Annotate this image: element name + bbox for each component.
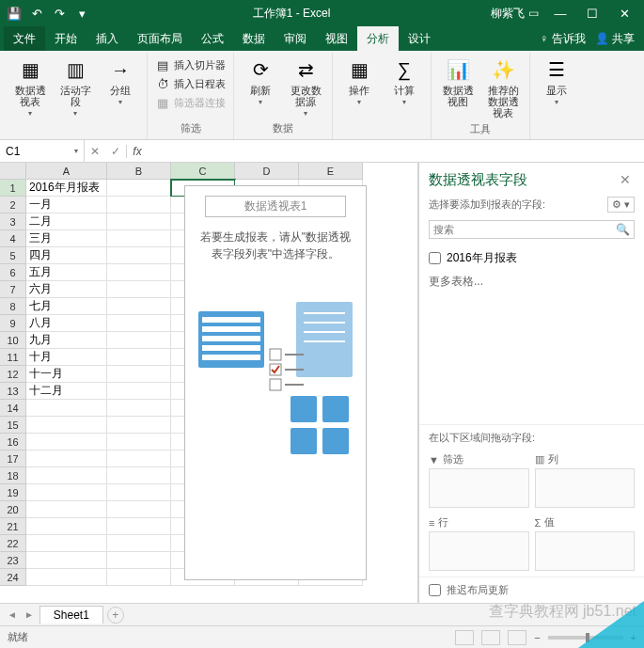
cell[interactable]: 九月 bbox=[26, 332, 107, 349]
row-header[interactable]: 24 bbox=[0, 569, 26, 586]
cell[interactable]: 十一月 bbox=[26, 366, 107, 383]
cell[interactable] bbox=[107, 366, 171, 383]
cell[interactable] bbox=[26, 467, 107, 484]
cell[interactable]: 十二月 bbox=[26, 383, 107, 400]
row-header[interactable]: 21 bbox=[0, 518, 26, 535]
cell[interactable]: 六月 bbox=[26, 281, 107, 298]
tab-view[interactable]: 视图 bbox=[316, 26, 357, 51]
defer-checkbox[interactable] bbox=[429, 584, 441, 596]
tab-file[interactable]: 文件 bbox=[4, 26, 45, 51]
view-page-break-icon[interactable] bbox=[508, 630, 526, 645]
row-header[interactable]: 23 bbox=[0, 552, 26, 569]
tab-formulas[interactable]: 公式 bbox=[192, 26, 233, 51]
cell[interactable] bbox=[107, 400, 171, 417]
row-header[interactable]: 18 bbox=[0, 467, 26, 484]
close-button[interactable]: ✕ bbox=[608, 0, 640, 26]
tab-analyze[interactable]: 分析 bbox=[357, 26, 399, 51]
sheet-nav-prev-icon[interactable]: ◄ bbox=[6, 609, 19, 620]
taskpane-close-icon[interactable]: ✕ bbox=[616, 170, 635, 189]
defer-layout[interactable]: 推迟布局更新 bbox=[419, 577, 644, 603]
cell[interactable] bbox=[107, 467, 171, 484]
pivot-chart-button[interactable]: 📊 数据透视图 bbox=[437, 55, 479, 109]
row-header[interactable]: 11 bbox=[0, 349, 26, 366]
field-checkbox[interactable] bbox=[429, 252, 441, 264]
cell[interactable] bbox=[107, 501, 171, 518]
field-search[interactable]: 🔍 bbox=[429, 220, 635, 239]
cell[interactable] bbox=[26, 434, 107, 450]
cell[interactable] bbox=[107, 197, 171, 213]
cell[interactable]: 八月 bbox=[26, 315, 107, 332]
ribbon-display-icon[interactable]: ▭ bbox=[528, 7, 539, 20]
cell[interactable]: 一月 bbox=[26, 197, 107, 213]
area-columns[interactable]: ▥列 bbox=[535, 450, 636, 508]
cell[interactable] bbox=[26, 569, 107, 586]
cell[interactable]: 七月 bbox=[26, 298, 107, 315]
cell[interactable] bbox=[26, 484, 107, 501]
namebox-dropdown-icon[interactable]: ▾ bbox=[74, 147, 78, 155]
tab-insert[interactable]: 插入 bbox=[86, 26, 128, 51]
cell[interactable] bbox=[107, 264, 171, 281]
tell-me[interactable]: ♀ 告诉我 bbox=[540, 31, 585, 47]
zoom-out-icon[interactable]: − bbox=[534, 632, 540, 643]
qat-more-icon[interactable]: ▾ bbox=[71, 3, 92, 24]
column-header[interactable]: B bbox=[107, 163, 171, 180]
row-header[interactable]: 7 bbox=[0, 281, 26, 298]
more-tables-link[interactable]: 更多表格... bbox=[429, 268, 635, 295]
area-filters[interactable]: ▼筛选 bbox=[429, 450, 529, 508]
group-button[interactable]: → 分组▾ bbox=[100, 55, 141, 108]
cell[interactable] bbox=[26, 518, 107, 535]
view-normal-icon[interactable] bbox=[455, 630, 474, 645]
view-page-layout-icon[interactable] bbox=[481, 630, 500, 645]
cell[interactable] bbox=[107, 434, 171, 450]
cell[interactable] bbox=[107, 349, 171, 366]
cell[interactable]: 二月 bbox=[26, 213, 107, 230]
cell[interactable] bbox=[107, 535, 171, 552]
redo-icon[interactable]: ↷ bbox=[49, 3, 70, 24]
active-field-button[interactable]: ▥ 活动字段▾ bbox=[55, 55, 96, 119]
area-values[interactable]: Σ值 bbox=[535, 514, 636, 571]
cell[interactable]: 2016年月报表 bbox=[26, 180, 107, 197]
row-header[interactable]: 22 bbox=[0, 535, 26, 552]
row-header[interactable]: 19 bbox=[0, 484, 26, 501]
name-box[interactable]: C1▾ bbox=[0, 140, 85, 162]
account-area[interactable]: 柳紫飞 ▭ bbox=[491, 6, 539, 22]
insert-slicer-button[interactable]: ▤插入切片器 bbox=[153, 56, 228, 73]
maximize-button[interactable]: ☐ bbox=[576, 0, 608, 26]
enter-formula-icon[interactable]: ✓ bbox=[105, 145, 126, 158]
cell[interactable] bbox=[107, 383, 171, 400]
row-header[interactable]: 6 bbox=[0, 264, 26, 281]
cell[interactable] bbox=[107, 417, 171, 434]
cell[interactable] bbox=[107, 315, 171, 332]
cell[interactable] bbox=[107, 450, 171, 467]
cell[interactable] bbox=[107, 484, 171, 501]
spreadsheet-grid[interactable]: ABCDE12016年月报表2一月3二月4三月5四月6五月7六月8七月9八月10… bbox=[0, 163, 418, 603]
insert-timeline-button[interactable]: ⏱插入日程表 bbox=[153, 75, 228, 92]
row-header[interactable]: 5 bbox=[0, 247, 26, 264]
field-search-input[interactable] bbox=[433, 224, 616, 235]
row-header[interactable]: 14 bbox=[0, 400, 26, 417]
cell[interactable] bbox=[107, 552, 171, 569]
column-header[interactable]: C bbox=[171, 163, 235, 180]
row-header[interactable]: 8 bbox=[0, 298, 26, 315]
column-header[interactable]: D bbox=[235, 163, 299, 180]
row-header[interactable]: 4 bbox=[0, 230, 26, 247]
pivot-table-button[interactable]: ▦ 数据透视表▾ bbox=[9, 55, 51, 119]
cell[interactable] bbox=[26, 417, 107, 434]
column-header[interactable]: A bbox=[26, 163, 107, 180]
tab-home[interactable]: 开始 bbox=[45, 26, 86, 51]
recommended-pivot-button[interactable]: ✨ 推荐的数据透视表 bbox=[482, 55, 524, 120]
cell[interactable] bbox=[26, 400, 107, 417]
select-all-corner[interactable] bbox=[0, 163, 26, 180]
refresh-button[interactable]: ⟳ 刷新▾ bbox=[240, 55, 281, 108]
row-header[interactable]: 1 bbox=[0, 180, 26, 197]
cell[interactable] bbox=[107, 213, 171, 230]
column-header[interactable]: E bbox=[299, 163, 363, 180]
tab-page-layout[interactable]: 页面布局 bbox=[128, 26, 192, 51]
cell[interactable] bbox=[107, 298, 171, 315]
area-rows[interactable]: ≡行 bbox=[429, 514, 529, 571]
cell[interactable] bbox=[26, 535, 107, 552]
row-header[interactable]: 10 bbox=[0, 332, 26, 349]
row-header[interactable]: 12 bbox=[0, 366, 26, 383]
actions-button[interactable]: ▦ 操作▾ bbox=[338, 55, 380, 108]
row-header[interactable]: 2 bbox=[0, 197, 26, 213]
